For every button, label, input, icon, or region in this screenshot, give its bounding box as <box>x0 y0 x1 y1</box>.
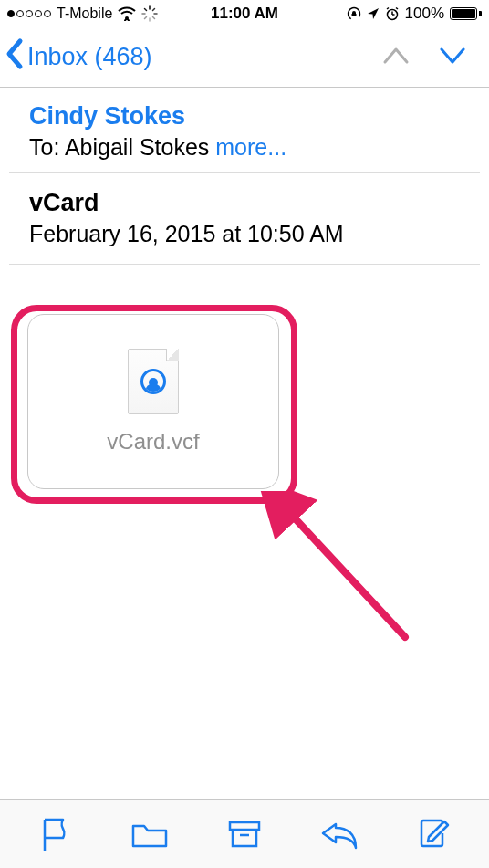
next-message-button[interactable] <box>438 46 467 69</box>
chevron-left-icon <box>4 37 26 77</box>
move-folder-button[interactable] <box>120 809 179 860</box>
contact-icon <box>140 369 166 394</box>
nav-bar: Inbox (468) <box>0 27 489 88</box>
status-right: 100% <box>347 5 482 23</box>
flag-button[interactable] <box>26 809 84 860</box>
svg-line-7 <box>145 17 147 19</box>
toolbar <box>0 799 489 868</box>
message-header: Cindy Stokes To: Abigail Stokes more... <box>9 88 480 173</box>
svg-line-14 <box>396 8 398 10</box>
recipient-line: To: Abigail Stokes more... <box>29 134 460 161</box>
compose-button[interactable] <box>405 809 463 860</box>
subject-block: vCard February 16, 2015 at 10:50 AM <box>9 173 480 265</box>
sender-name[interactable]: Cindy Stokes <box>29 102 460 131</box>
wifi-icon <box>118 6 136 21</box>
svg-line-15 <box>286 509 405 637</box>
svg-line-8 <box>153 9 155 11</box>
back-label: Inbox (468) <box>27 43 152 71</box>
back-button[interactable]: Inbox (468) <box>4 37 152 77</box>
svg-line-6 <box>153 17 155 19</box>
svg-line-13 <box>387 8 389 10</box>
message-subject: vCard <box>29 189 460 217</box>
svg-rect-16 <box>230 822 259 830</box>
attachment-card[interactable]: vCard.vcf <box>27 314 279 489</box>
signal-strength-icon <box>7 10 51 17</box>
more-recipients-link[interactable]: more... <box>215 134 286 160</box>
battery-percent-label: 100% <box>405 5 444 23</box>
to-prefix: To: <box>29 134 65 160</box>
recipient-name[interactable]: Abigail Stokes <box>65 134 215 160</box>
attachment-filename: vCard.vcf <box>107 429 199 455</box>
orientation-lock-icon <box>347 6 361 21</box>
message-body: vCard.vcf <box>0 265 489 489</box>
battery-icon <box>450 7 482 20</box>
loading-spinner-icon <box>141 5 158 22</box>
reply-button[interactable] <box>310 809 369 860</box>
message-date: February 16, 2015 at 10:50 AM <box>29 221 460 247</box>
svg-point-0 <box>125 16 129 20</box>
annotation-arrow-icon <box>259 491 423 655</box>
carrier-label: T-Mobile <box>57 5 112 22</box>
previous-message-button[interactable] <box>381 46 411 69</box>
svg-line-5 <box>145 9 147 11</box>
location-icon <box>367 7 380 20</box>
status-left: T-Mobile <box>7 5 158 22</box>
vcard-file-icon <box>128 349 179 414</box>
alarm-icon <box>385 6 400 21</box>
status-bar: T-Mobile 11:00 AM 100% <box>0 0 489 27</box>
archive-button[interactable] <box>215 809 274 860</box>
